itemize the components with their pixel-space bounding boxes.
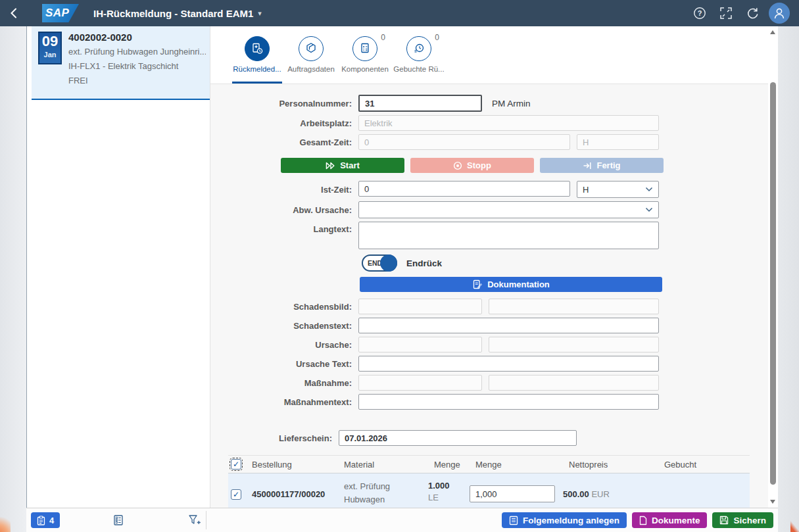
folgemeldung-anlegen-button[interactable]: Folgemeldung anlegen: [502, 512, 627, 528]
svg-text:?: ?: [698, 9, 702, 17]
gesamtzeit-unit-input: [577, 134, 659, 150]
langtext-textarea[interactable]: [358, 222, 659, 249]
icon-tab-bar: Rückmelded... Auftragsdaten 0: [210, 26, 768, 84]
col-menge: Menge: [434, 460, 475, 470]
tab-komponenten[interactable]: 0 Komponenten: [338, 26, 392, 84]
dokumentation-button[interactable]: Dokumentation: [360, 277, 662, 292]
date-month: Jan: [44, 50, 57, 60]
arbeitsplatz-input: [358, 115, 659, 131]
tab-auftragsdaten[interactable]: Auftragsdaten: [284, 26, 338, 84]
check-icon: ✓: [233, 460, 239, 469]
product-box-icon: [304, 42, 318, 55]
istzeit-input[interactable]: [358, 181, 570, 197]
app-title-menu[interactable]: IH-Rückmeldung - Standard EAM1 ▾: [93, 8, 262, 19]
cell-menge-input: [470, 480, 563, 508]
help-button[interactable]: ?: [690, 3, 710, 23]
table-header-row: ✓ Bestellung Material Menge Menge Nettop…: [228, 455, 750, 473]
massnahmentext-label: Maßnahmentext:: [210, 397, 358, 407]
col-material: Material: [344, 460, 434, 470]
tab-label: Rückmelded...: [233, 65, 281, 73]
gesamtzeit-input: [358, 134, 570, 150]
istzeit-unit-value: H: [583, 185, 589, 195]
row-checkbox[interactable]: ✓: [231, 489, 241, 500]
shell-actions: ?: [690, 3, 799, 24]
stopp-button[interactable]: Stopp: [410, 158, 534, 173]
chevron-down-icon: [645, 207, 653, 212]
order-number: 4002002-0020: [68, 32, 206, 43]
col-nettopreis: Nettopreis: [569, 460, 664, 470]
booked-time-icon: [412, 42, 425, 55]
bestellungen-table: ✓ Bestellung Material Menge Menge Nettop…: [228, 455, 750, 508]
folgemeldung-label: Folgemeldung anlegen: [523, 516, 619, 525]
order-list-item[interactable]: 09 Jan 4002002-0020 ext. Prüfung Hubwage…: [32, 26, 210, 100]
sap-logo-text: SAP: [42, 7, 69, 20]
notification-create-icon: [509, 516, 518, 525]
select-all-checkbox[interactable]: ✓: [231, 459, 241, 470]
stopp-label: Stopp: [467, 160, 491, 170]
tab-gebuchte-rueckmeldungen[interactable]: 0 Gebuchte Rü...: [392, 26, 446, 84]
footer-divider: [206, 511, 206, 529]
menge-input[interactable]: [470, 485, 555, 502]
cell-material: ext. Prüfung Hubwagen Jungheinrich durch: [344, 480, 428, 508]
schadensbild-code-input: [358, 299, 482, 314]
fertig-label: Fertig: [596, 160, 620, 170]
massnahmentext-input[interactable]: [358, 394, 659, 410]
personalnummer-input[interactable]: [358, 95, 482, 112]
scrollbar-thumb[interactable]: [770, 82, 776, 485]
dokumente-button[interactable]: Dokumente: [632, 512, 708, 528]
chevron-left-icon: [10, 8, 17, 18]
sap-logo: SAP: [42, 4, 79, 22]
document-edit-icon: [472, 279, 482, 289]
chevron-down-icon: [645, 187, 653, 192]
footer-toolbar: 4: [26, 508, 778, 532]
ursache-label: Ursache:: [210, 340, 358, 350]
col-gebucht: Gebucht: [664, 460, 750, 470]
tab-rueckmeldedaten-circle: [245, 36, 270, 61]
cell-menge: 1.000 LE: [428, 480, 470, 508]
tab-rueckmeldedaten[interactable]: Rückmelded...: [230, 26, 284, 84]
save-icon: [719, 516, 729, 525]
ursache-text-input: [489, 337, 659, 352]
wallpaper-artifact-right: [790, 521, 799, 532]
fertig-button[interactable]: Fertig: [540, 158, 664, 173]
istzeit-unit-select[interactable]: H: [577, 181, 659, 198]
fullscreen-button[interactable]: [716, 3, 736, 23]
sichern-button[interactable]: Sichern: [712, 512, 773, 528]
massnahme-text-input: [489, 375, 659, 391]
scroll-up-arrow[interactable]: [770, 30, 775, 34]
order-list-panel: 09 Jan 4002002-0020 ext. Prüfung Hubwage…: [26, 26, 210, 508]
abw-ursache-select[interactable]: [358, 201, 659, 218]
tab-komponenten-circle: [352, 36, 377, 61]
endrueck-toggle[interactable]: END: [362, 254, 397, 272]
vertical-scrollbar[interactable]: [768, 26, 778, 508]
schadensbild-text-input: [489, 299, 659, 314]
list-view-button[interactable]: [113, 515, 124, 526]
chevron-down-icon: ▾: [258, 9, 262, 18]
start-button[interactable]: Start: [281, 158, 404, 173]
refresh-button[interactable]: [742, 3, 762, 23]
check-icon: ✓: [233, 490, 239, 499]
order-description: ext. Prüfung Hubwagen Jungheinri...: [68, 47, 206, 57]
user-avatar-button[interactable]: [769, 3, 790, 24]
shell-header: SAP IH-Rückmeldung - Standard EAM1 ▾ ?: [0, 0, 799, 26]
lieferschein-input[interactable]: [339, 430, 577, 446]
personalnummer-label: Personalnummer:: [210, 99, 358, 109]
ursache-freitext-input[interactable]: [358, 356, 659, 372]
massnahme-code-input: [358, 375, 482, 391]
tab-label: Gebuchte Rü...: [393, 65, 444, 73]
footer-list-actions: 4: [26, 508, 210, 532]
ursache-code-input: [358, 337, 482, 352]
add-filter-button[interactable]: [188, 514, 201, 526]
order-count-button[interactable]: 4: [31, 512, 60, 528]
stopp-icon: [453, 161, 462, 170]
table-row[interactable]: ✓ 4500001177/00020 ext. Prüfung Hubwagen…: [228, 473, 750, 508]
arbeitsplatz-label: Arbeitsplatz:: [210, 118, 358, 128]
scroll-down-arrow[interactable]: [770, 500, 775, 504]
clipboard-icon: [37, 516, 45, 525]
back-button[interactable]: [0, 0, 26, 26]
list-icon: [113, 515, 124, 526]
document-icon: [639, 516, 647, 525]
nettopreis-currency: EUR: [591, 489, 609, 499]
schadenstext-input[interactable]: [358, 318, 659, 333]
tab-label: Auftragsdaten: [287, 65, 335, 73]
